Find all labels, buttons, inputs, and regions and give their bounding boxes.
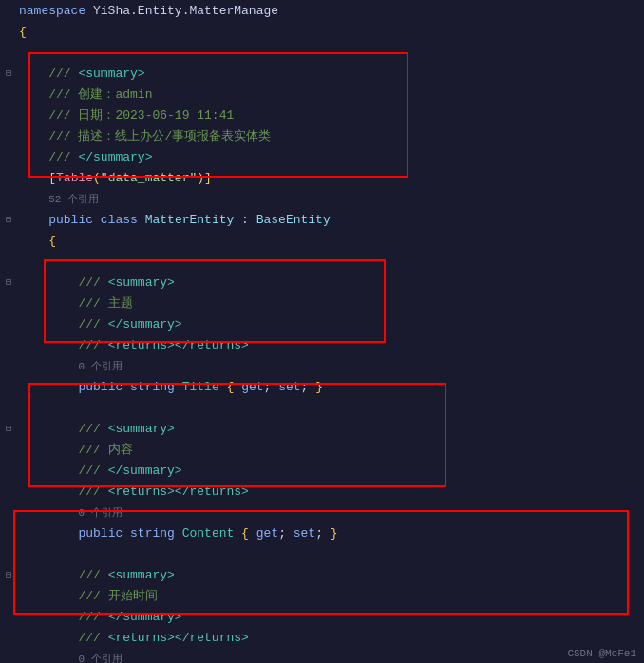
code-token: </returns> [175,338,249,352]
code-line: /// </summary> [0,460,644,481]
code-token: /// [78,610,107,624]
line-content: namespace YiSha.Entity.MatterManage [17,4,644,18]
code-line: /// <returns></returns> [0,334,644,355]
code-token [93,213,101,227]
code-token: /// [78,338,107,352]
code-line: /// 开始时间 [0,585,644,606]
line-content [17,547,644,561]
code-token: } [315,380,323,394]
code-token: /// [78,275,107,290]
code-token: <returns> [108,484,175,499]
code-token: </summary> [108,464,182,478]
line-content: /// 开始时间 [17,587,644,604]
code-token: Title [182,380,219,394]
line-gutter: ⊟ [0,569,17,580]
code-line: /// <returns></returns> [0,627,644,648]
code-token: "data_matter" [101,171,197,185]
code-line [0,543,644,564]
code-line: /// </summary> [0,146,644,167]
line-gutter: ⊟ [0,214,17,225]
line-content: /// 日期：2023-06-19 11:41 [17,106,644,123]
code-token [123,526,130,540]
code-token: set [278,380,300,394]
code-line: /// 创建：admin [0,84,644,104]
code-token: namespace [19,4,85,18]
line-content [17,401,644,415]
code-token: } [331,526,338,540]
code-line: 0 个引用 [0,502,644,522]
code-token: /// 描述：线上办公/事项报备表实体类 [48,129,271,143]
code-token: { [19,25,27,39]
line-content: [Table("data_matter")] [17,171,644,185]
code-token [323,526,331,540]
line-content: /// <returns></returns> [17,338,644,352]
code-token: /// 创建：admin [48,87,152,102]
code-token: <summary> [78,66,144,81]
line-gutter: ⊟ [0,423,17,434]
line-content: /// <returns></returns> [17,484,644,499]
code-line [0,251,644,272]
code-token: /// [48,150,78,164]
code-token: </summary> [78,150,152,164]
code-editor: namespace YiSha.Entity.MatterManage{ ⊟ /… [0,0,644,663]
line-content: public string Content { get; set; } [17,526,644,540]
code-token [219,380,227,394]
code-token: /// [78,464,107,478]
code-token: /// [78,484,107,499]
code-token [175,380,182,394]
line-content: public string Title { get; set; } [17,380,644,394]
code-token: public [78,526,123,540]
code-token: 0 个引用 [78,361,122,372]
code-token: <summary> [108,422,175,436]
code-line: ⊟ /// <summary> [0,564,644,585]
code-token: get [256,526,278,540]
code-token: /// 内容 [78,443,132,457]
code-line: /// 内容 [0,439,644,460]
line-content: /// 内容 [17,441,644,458]
code-token: 0 个引用 [78,654,122,664]
code-token: <returns> [108,631,175,645]
code-line: /// </summary> [0,313,644,334]
code-token: </returns> [175,484,249,499]
line-content: 0 个引用 [17,359,644,373]
code-token: 52 个引用 [48,194,99,205]
code-line: /// 主题 [0,293,644,313]
line-content [17,255,644,269]
code-token [271,380,278,394]
line-content: /// <summary> [17,275,644,290]
code-token: { [48,234,56,248]
code-token: ; [278,526,286,540]
code-line: { [0,21,644,42]
code-line: /// 描述：线上办公/事项报备表实体类 [0,125,644,146]
code-line: ⊟ public class MatterEntity : BaseEntity [0,209,644,230]
code-token: [ [48,171,56,185]
line-content: /// 描述：线上办公/事项报备表实体类 [17,127,644,144]
code-token: <summary> [108,568,175,582]
code-token: class [101,213,138,227]
watermark: CSDN @MoFe1 [567,648,636,659]
code-line: ⊟ /// <summary> [0,418,644,439]
code-line: ⊟ /// <summary> [0,272,644,293]
code-line: /// 日期：2023-06-19 11:41 [0,104,644,125]
code-line: public string Title { get; set; } [0,376,644,397]
code-token: /// [48,66,78,81]
code-token: set [294,526,315,540]
code-token: 0 个引用 [78,507,122,519]
line-content: /// <summary> [17,422,644,436]
code-token: ) [197,171,204,185]
code-token [123,380,130,394]
line-content: { [17,234,644,248]
code-line: 0 个引用 [0,355,644,376]
code-token [175,526,182,540]
line-content: /// 主题 [17,294,644,312]
code-token: <returns> [108,338,175,352]
code-token [249,526,256,540]
code-token: public [48,213,93,227]
code-token: : [234,213,256,227]
line-content: /// 创建：admin [17,85,644,103]
code-line: { [0,230,644,251]
code-token: /// [78,568,107,582]
code-line: 52 个引用 [0,188,644,209]
code-line [0,42,644,63]
code-line: /// </summary> [0,606,644,627]
